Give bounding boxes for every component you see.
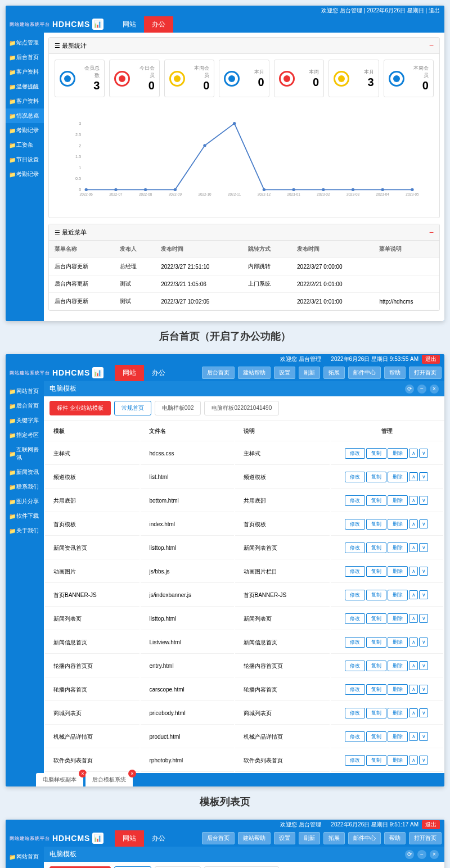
- sidebar-item[interactable]: 📁新闻资讯: [6, 465, 44, 480]
- action-修改[interactable]: 修改: [345, 495, 365, 506]
- sidebar-item[interactable]: 📁指定考区: [6, 428, 44, 442]
- up-icon[interactable]: ∧: [409, 661, 418, 670]
- sidebar-item[interactable]: 📁网站首页: [6, 384, 44, 399]
- sidebar-item[interactable]: 📁节日设置: [6, 152, 44, 167]
- action-删除[interactable]: 删除: [388, 495, 408, 506]
- sidebar-item[interactable]: 📁情况总览: [6, 108, 44, 123]
- down-icon[interactable]: ∨: [419, 590, 428, 599]
- action-删除[interactable]: 删除: [388, 519, 408, 530]
- header-button[interactable]: 设置: [274, 367, 295, 379]
- action-复制[interactable]: 复制: [366, 590, 386, 600]
- down-icon[interactable]: ∨: [419, 543, 428, 552]
- action-删除[interactable]: 删除: [388, 684, 408, 695]
- sidebar-item[interactable]: 📁后台首页: [6, 50, 44, 65]
- up-icon[interactable]: ∧: [409, 496, 418, 505]
- action-删除[interactable]: 删除: [388, 542, 408, 553]
- down-icon[interactable]: ∨: [419, 496, 428, 505]
- action-复制[interactable]: 复制: [366, 637, 386, 648]
- sidebar-item[interactable]: 📁考勤记录: [6, 123, 44, 138]
- template-tab[interactable]: 常规首页: [114, 401, 151, 415]
- action-修改[interactable]: 修改: [345, 590, 365, 600]
- down-icon[interactable]: ∨: [419, 661, 428, 670]
- action-复制[interactable]: 复制: [366, 566, 386, 577]
- action-修改[interactable]: 修改: [345, 542, 365, 553]
- sidebar-item[interactable]: 📁软件下载: [6, 509, 44, 523]
- up-icon[interactable]: ∧: [409, 685, 418, 694]
- header-button[interactable]: 刷新: [299, 832, 320, 844]
- header-button[interactable]: 建站帮助: [238, 367, 271, 379]
- sidebar-item[interactable]: 📁后台首页: [6, 399, 44, 413]
- action-复制[interactable]: 复制: [366, 448, 386, 459]
- nav-tab-office[interactable]: 办公: [144, 16, 173, 33]
- header-button[interactable]: 邮件中心: [348, 832, 381, 844]
- sidebar-item[interactable]: 📁互联网资讯: [6, 442, 44, 465]
- header-button[interactable]: 后台首页: [202, 367, 235, 379]
- nav-tab-office[interactable]: 办公: [144, 830, 173, 847]
- action-删除[interactable]: 删除: [388, 661, 408, 671]
- bottom-tab[interactable]: 后台模板系统×: [86, 773, 133, 786]
- up-icon[interactable]: ∧: [409, 449, 418, 458]
- header-button[interactable]: 帮助: [384, 367, 406, 379]
- action-删除[interactable]: 删除: [388, 566, 408, 577]
- header-button[interactable]: 打开首页: [409, 832, 442, 844]
- action-修改[interactable]: 修改: [345, 519, 365, 530]
- panel-close[interactable]: −: [429, 228, 434, 237]
- sidebar-item[interactable]: 📁客户资料: [6, 94, 44, 108]
- down-icon[interactable]: ∨: [419, 449, 428, 458]
- down-icon[interactable]: ∨: [419, 708, 428, 717]
- sidebar-item[interactable]: 📁客户资料: [6, 65, 44, 79]
- nav-tab-site[interactable]: 网站: [115, 16, 144, 33]
- close-tab-icon[interactable]: ×: [128, 770, 136, 777]
- down-icon[interactable]: ∨: [419, 732, 428, 741]
- up-icon[interactable]: ∧: [409, 472, 418, 481]
- template-tab[interactable]: 电脑样板022021041490: [204, 401, 279, 415]
- minus-icon[interactable]: −: [417, 385, 426, 394]
- action-复制[interactable]: 复制: [366, 755, 386, 766]
- panel-close[interactable]: −: [429, 41, 434, 50]
- exit-button[interactable]: 退出: [422, 355, 440, 364]
- sidebar-item[interactable]: 📁联系我们: [6, 480, 44, 494]
- refresh-icon[interactable]: ⟳: [405, 850, 414, 859]
- bottom-tab[interactable]: 电脑样板副本×: [36, 773, 83, 786]
- action-修改[interactable]: 修改: [345, 708, 365, 718]
- sidebar-item[interactable]: 📁温馨提醒: [6, 79, 44, 94]
- sidebar-item[interactable]: 📁图片分享: [6, 494, 44, 509]
- down-icon[interactable]: ∨: [419, 614, 428, 623]
- action-复制[interactable]: 复制: [366, 708, 386, 718]
- action-修改[interactable]: 修改: [345, 731, 365, 742]
- close-icon[interactable]: ×: [430, 850, 439, 859]
- up-icon[interactable]: ∧: [409, 614, 418, 623]
- action-复制[interactable]: 复制: [366, 472, 386, 482]
- action-修改[interactable]: 修改: [345, 448, 365, 459]
- sidebar-item[interactable]: 📁关键字库: [6, 413, 44, 428]
- header-button[interactable]: 拓展: [323, 367, 345, 379]
- action-删除[interactable]: 删除: [388, 448, 408, 459]
- up-icon[interactable]: ∧: [409, 543, 418, 552]
- nav-tab-site[interactable]: 网站: [115, 830, 144, 847]
- header-button[interactable]: 帮助: [384, 832, 406, 844]
- up-icon[interactable]: ∧: [409, 756, 418, 765]
- up-icon[interactable]: ∧: [409, 519, 418, 528]
- action-删除[interactable]: 删除: [388, 590, 408, 600]
- down-icon[interactable]: ∨: [419, 567, 428, 576]
- header-button[interactable]: 建站帮助: [238, 832, 271, 844]
- action-修改[interactable]: 修改: [345, 684, 365, 695]
- action-复制[interactable]: 复制: [366, 684, 386, 695]
- action-删除[interactable]: 删除: [388, 731, 408, 742]
- action-删除[interactable]: 删除: [388, 472, 408, 482]
- action-修改[interactable]: 修改: [345, 566, 365, 577]
- action-修改[interactable]: 修改: [345, 637, 365, 648]
- down-icon[interactable]: ∨: [419, 519, 428, 528]
- up-icon[interactable]: ∧: [409, 567, 418, 576]
- sidebar-item[interactable]: 📁关于我们: [6, 523, 44, 538]
- nav-tab-site[interactable]: 网站: [115, 365, 144, 381]
- sidebar-item[interactable]: 📁工资条: [6, 138, 44, 152]
- down-icon[interactable]: ∨: [419, 638, 428, 647]
- exit-button[interactable]: 退出: [422, 820, 440, 829]
- action-删除[interactable]: 删除: [388, 613, 408, 624]
- action-删除[interactable]: 删除: [388, 637, 408, 648]
- header-button[interactable]: 设置: [274, 832, 295, 844]
- action-修改[interactable]: 修改: [345, 613, 365, 624]
- header-button[interactable]: 拓展: [323, 832, 345, 844]
- action-修改[interactable]: 修改: [345, 755, 365, 766]
